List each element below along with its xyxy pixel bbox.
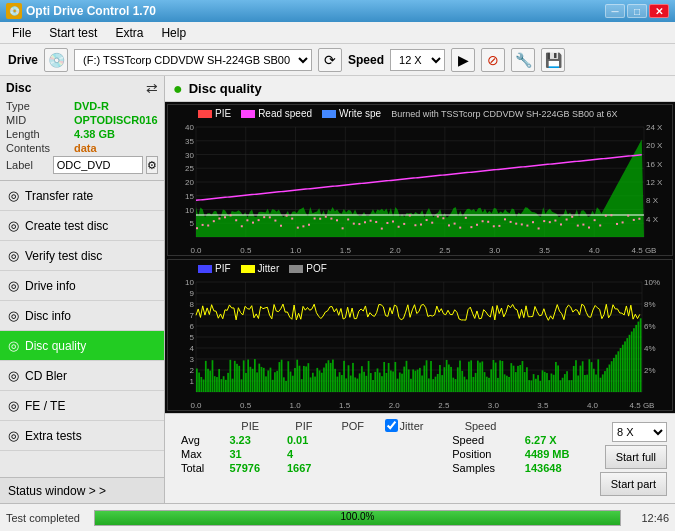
save-btn[interactable]: 💾 bbox=[541, 48, 565, 72]
disc-length-value: 4.38 GB bbox=[74, 128, 115, 140]
jitter-max bbox=[377, 447, 445, 461]
disc-panel: Disc ⇄ Type DVD-R MID OPTODISCR016 Lengt… bbox=[0, 76, 164, 181]
stats-table-area: PIE PIF POF Jitter Speed bbox=[173, 418, 592, 499]
jitter-legend-label: Jitter bbox=[258, 263, 280, 274]
minimize-button[interactable]: ─ bbox=[605, 4, 625, 18]
pif-chart: PIF Jitter POF bbox=[167, 259, 673, 411]
sidebar-item-drive-info[interactable]: ◎ Drive info bbox=[0, 271, 164, 301]
disc-quality-title: Disc quality bbox=[189, 81, 262, 96]
pif-legend-label: PIF bbox=[215, 263, 231, 274]
sidebar-item-transfer-rate[interactable]: ◎ Transfer rate bbox=[0, 181, 164, 211]
sidebar-item-fe-te-label: FE / TE bbox=[25, 399, 65, 413]
sidebar-item-extra-tests[interactable]: ◎ Extra tests bbox=[0, 421, 164, 451]
disc-mid-label: MID bbox=[6, 114, 74, 126]
menu-help[interactable]: Help bbox=[153, 24, 194, 42]
content-area: ● Disc quality PIE Read speed bbox=[165, 76, 675, 503]
sidebar-item-fe-te[interactable]: ◎ FE / TE bbox=[0, 391, 164, 421]
erase-btn[interactable]: ⊘ bbox=[481, 48, 505, 72]
write-speed-legend-color bbox=[322, 110, 336, 118]
sidebar-item-verify-test-disc[interactable]: ◎ Verify test disc bbox=[0, 241, 164, 271]
sidebar-menu: ◎ Transfer rate ◎ Create test disc ◎ Ver… bbox=[0, 181, 164, 503]
cd-bler-icon: ◎ bbox=[8, 368, 19, 383]
maximize-button[interactable]: □ bbox=[627, 4, 647, 18]
pie-chart: PIE Read speed Write spe Burned with TSS… bbox=[167, 104, 673, 256]
create-test-disc-icon: ◎ bbox=[8, 218, 19, 233]
menu-extra[interactable]: Extra bbox=[107, 24, 151, 42]
pie-avg: 3.23 bbox=[221, 433, 279, 447]
stats-area: PIE PIF POF Jitter Speed bbox=[165, 413, 675, 503]
sidebar-item-disc-info[interactable]: ◎ Disc info bbox=[0, 301, 164, 331]
speed-arrow-btn[interactable]: ▶ bbox=[451, 48, 475, 72]
pif-total: 1667 bbox=[279, 461, 329, 475]
tools-btn[interactable]: 🔧 bbox=[511, 48, 535, 72]
stats-total-row: Total 57976 1667 Samples 143648 bbox=[173, 461, 592, 475]
drive-label: Drive bbox=[8, 53, 38, 67]
pif-legend-color bbox=[198, 265, 212, 273]
fe-te-icon: ◎ bbox=[8, 398, 19, 413]
samples-label: Samples bbox=[444, 461, 517, 475]
sidebar-item-transfer-rate-label: Transfer rate bbox=[25, 189, 93, 203]
sidebar-item-extra-tests-label: Extra tests bbox=[25, 429, 82, 443]
status-window-button[interactable]: Status window > > bbox=[0, 477, 164, 503]
pof-legend-label: POF bbox=[306, 263, 327, 274]
start-full-button[interactable]: Start full bbox=[605, 445, 667, 469]
pif-avg: 0.01 bbox=[279, 433, 329, 447]
pie-max: 31 bbox=[221, 447, 279, 461]
jitter-checkbox[interactable] bbox=[385, 419, 398, 432]
menu-start-test[interactable]: Start test bbox=[41, 24, 105, 42]
jitter-total bbox=[377, 461, 445, 475]
pof-legend-color bbox=[289, 265, 303, 273]
sidebar: Disc ⇄ Type DVD-R MID OPTODISCR016 Lengt… bbox=[0, 76, 165, 503]
pie-legend-label: PIE bbox=[215, 108, 231, 119]
sidebar-item-create-test-disc-label: Create test disc bbox=[25, 219, 108, 233]
jitter-avg bbox=[377, 433, 445, 447]
disc-quality-icon: ◎ bbox=[8, 338, 19, 353]
close-button[interactable]: ✕ bbox=[649, 4, 669, 18]
disc-info-icon: ◎ bbox=[8, 308, 19, 323]
disc-label-input[interactable] bbox=[53, 156, 143, 174]
sidebar-item-create-test-disc[interactable]: ◎ Create test disc bbox=[0, 211, 164, 241]
drive-bar: Drive 💿 (F:) TSSTcorp CDDVDW SH-224GB SB… bbox=[0, 44, 675, 76]
pif-max: 4 bbox=[279, 447, 329, 461]
position-label: Position bbox=[444, 447, 517, 461]
speed-select-stats[interactable]: 8 X12 XMax bbox=[612, 422, 667, 442]
stats-max-row: Max 31 4 Position 4489 MB bbox=[173, 447, 592, 461]
disc-length-label: Length bbox=[6, 128, 74, 140]
col-header-jitter: Jitter bbox=[377, 418, 445, 433]
disc-label-gear-btn[interactable]: ⚙ bbox=[146, 156, 158, 174]
col-header-pie: PIE bbox=[221, 418, 279, 433]
disc-quality-header: ● Disc quality bbox=[165, 76, 675, 102]
progress-text: 100.0% bbox=[95, 511, 620, 522]
disc-mid-value: OPTODISCR016 bbox=[74, 114, 158, 126]
start-part-button[interactable]: Start part bbox=[600, 472, 667, 496]
disc-type-label: Type bbox=[6, 100, 74, 112]
avg-label: Avg bbox=[173, 433, 221, 447]
extra-tests-icon: ◎ bbox=[8, 428, 19, 443]
chart2-legend: PIF Jitter POF bbox=[198, 263, 327, 274]
progress-bar-container: 100.0% bbox=[94, 510, 621, 526]
chart1-legend: PIE Read speed Write spe Burned with TSS… bbox=[198, 108, 618, 119]
disc-quality-header-icon: ● bbox=[173, 80, 183, 98]
sidebar-item-drive-info-label: Drive info bbox=[25, 279, 76, 293]
sidebar-item-cd-bler[interactable]: ◎ CD Bler bbox=[0, 361, 164, 391]
transfer-rate-icon: ◎ bbox=[8, 188, 19, 203]
col-header-empty bbox=[173, 418, 221, 433]
speed-select-main[interactable]: 12 X bbox=[390, 49, 445, 71]
read-speed-legend-color bbox=[241, 110, 255, 118]
disc-arrow-btn[interactable]: ⇄ bbox=[146, 80, 158, 96]
drive-select[interactable]: (F:) TSSTcorp CDDVDW SH-224GB SB00 bbox=[74, 49, 312, 71]
disc-header-label: Disc bbox=[6, 81, 31, 95]
status-bar: Test completed 100.0% 12:46 bbox=[0, 503, 675, 531]
col-header-pif: PIF bbox=[279, 418, 329, 433]
status-time: 12:46 bbox=[629, 512, 669, 524]
drive-refresh-btn[interactable]: ⟳ bbox=[318, 48, 342, 72]
samples-value: 143648 bbox=[517, 461, 592, 475]
write-speed-legend-label: Write spe bbox=[339, 108, 381, 119]
read-speed-legend-label: Read speed bbox=[258, 108, 312, 119]
menu-file[interactable]: File bbox=[4, 24, 39, 42]
title-bar: 💿 Opti Drive Control 1.70 ─ □ ✕ bbox=[0, 0, 675, 22]
drive-icon-btn[interactable]: 💿 bbox=[44, 48, 68, 72]
sidebar-item-disc-quality[interactable]: ◎ Disc quality bbox=[0, 331, 164, 361]
total-label: Total bbox=[173, 461, 221, 475]
status-window-label: Status window > > bbox=[8, 484, 106, 498]
